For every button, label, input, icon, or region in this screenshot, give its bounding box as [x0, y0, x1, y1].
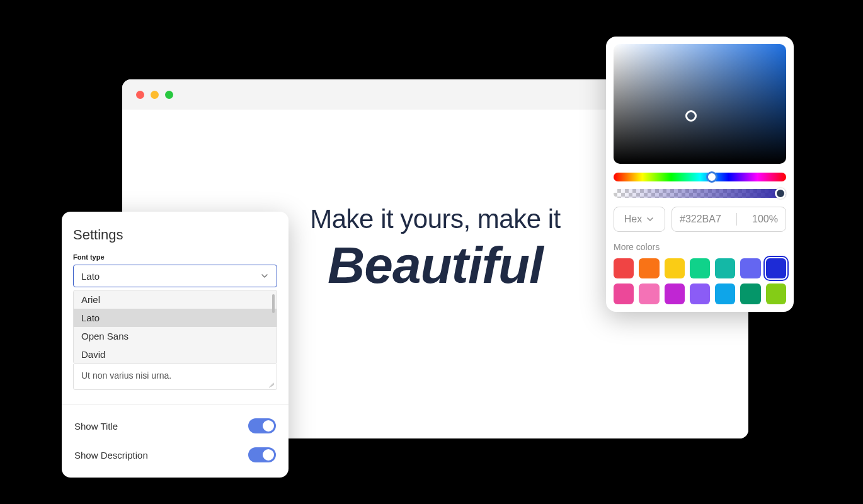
- color-value-row: Hex #322BA7 100%: [614, 207, 786, 232]
- divider: [62, 404, 289, 404]
- hero-title-text: Beautiful: [328, 236, 543, 294]
- minimize-icon[interactable]: [151, 91, 159, 99]
- color-format-select[interactable]: Hex: [614, 207, 665, 232]
- color-swatch[interactable]: [690, 284, 710, 304]
- show-description-toggle[interactable]: [248, 447, 276, 462]
- saturation-cursor-icon[interactable]: [685, 110, 697, 122]
- font-option[interactable]: Lato: [74, 309, 277, 327]
- swatch-grid: [614, 258, 786, 304]
- font-dropdown-list: Ariel Lato Open Sans David: [73, 290, 277, 364]
- hue-slider[interactable]: [614, 173, 786, 181]
- hero-title: Beautiful: [328, 239, 543, 291]
- toggle-row-title: Show Title: [73, 418, 277, 433]
- toggle-row-description: Show Description: [73, 447, 277, 462]
- description-value: Ut non varius nisi urna.: [81, 370, 171, 381]
- hex-value: #322BA7: [680, 214, 721, 225]
- hue-thumb[interactable]: [706, 171, 717, 183]
- resize-handle-icon[interactable]: [268, 381, 274, 387]
- color-swatch[interactable]: [715, 284, 735, 304]
- font-option[interactable]: David: [74, 345, 277, 364]
- settings-title: Settings: [73, 227, 277, 243]
- close-icon[interactable]: [136, 91, 144, 99]
- color-swatch[interactable]: [639, 258, 659, 278]
- font-option[interactable]: Open Sans: [74, 327, 277, 345]
- hex-input[interactable]: #322BA7 100%: [672, 207, 786, 232]
- font-option[interactable]: Ariel: [74, 290, 277, 309]
- divider: [736, 213, 737, 226]
- color-swatch[interactable]: [740, 258, 760, 278]
- color-swatch[interactable]: [766, 258, 786, 278]
- format-value: Hex: [624, 214, 642, 225]
- maximize-icon[interactable]: [165, 91, 173, 99]
- font-select-value: Lato: [81, 271, 100, 282]
- color-swatch[interactable]: [766, 284, 786, 304]
- alpha-slider[interactable]: [614, 189, 786, 198]
- chevron-down-icon: [646, 215, 654, 224]
- alpha-thumb[interactable]: [775, 188, 786, 199]
- font-type-label: Font type: [73, 253, 277, 261]
- scrollbar[interactable]: [272, 294, 275, 313]
- color-swatch[interactable]: [715, 258, 735, 278]
- color-swatch[interactable]: [614, 258, 634, 278]
- color-swatch[interactable]: [740, 284, 760, 304]
- description-textarea[interactable]: Ut non varius nisi urna.: [73, 364, 277, 390]
- toggle-label: Show Description: [74, 450, 148, 461]
- toggle-label: Show Title: [74, 421, 118, 432]
- color-swatch[interactable]: [614, 284, 634, 304]
- color-swatch[interactable]: [690, 258, 710, 278]
- color-swatch[interactable]: [665, 258, 685, 278]
- settings-panel: Settings Font type Lato Ariel Lato Open …: [62, 212, 289, 478]
- chevron-down-icon: [260, 272, 269, 280]
- hero-subtitle: Make it yours, make it: [310, 204, 560, 234]
- more-colors-label: More colors: [614, 242, 786, 252]
- saturation-area[interactable]: [614, 44, 786, 164]
- show-title-toggle[interactable]: [248, 418, 276, 433]
- color-picker-panel: Hex #322BA7 100% More colors: [606, 37, 794, 312]
- font-select[interactable]: Lato: [73, 265, 277, 287]
- color-swatch[interactable]: [639, 284, 659, 304]
- color-swatch[interactable]: [665, 284, 685, 304]
- opacity-value: 100%: [752, 214, 778, 225]
